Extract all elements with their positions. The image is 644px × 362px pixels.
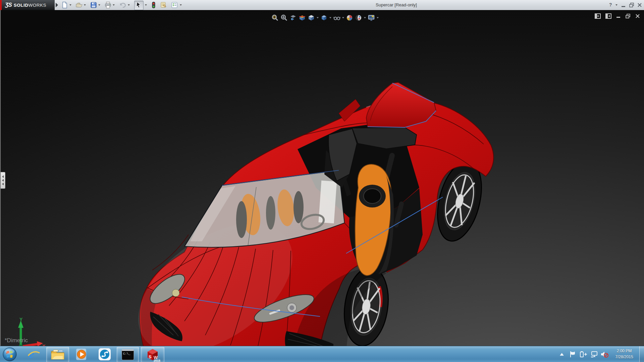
document-window-controls [595,13,640,19]
flag-icon [570,351,576,358]
orange-seat [355,164,394,276]
save-icon[interactable] [90,2,97,8]
windows-start-orb-icon [3,347,17,361]
apply-scene-icon[interactable] [355,14,363,22]
help-dropdown-icon[interactable] [615,4,618,6]
svg-text:C:\_: C:\_ [123,352,130,356]
solidworks-logo: ƷS SOLIDWORKS [2,0,55,10]
open-icon[interactable] [76,2,83,8]
zoom-to-fit-icon[interactable] [271,14,279,22]
internet-explorer-icon: e [27,348,40,361]
options-dropdown-icon[interactable] [180,4,182,6]
triad-x-label: X [42,344,46,346]
hide-show-dropdown-icon[interactable] [342,14,344,22]
supercar-model [1,10,644,346]
clock-date: 7/28/2015 [610,354,639,360]
save-dropdown-icon[interactable] [98,4,100,6]
apply-scene-dropdown-icon[interactable] [364,14,366,22]
view-settings-icon[interactable] [367,14,375,22]
new-dropdown-icon[interactable] [69,4,71,6]
display-style-icon[interactable] [320,14,328,22]
solidworks-2015-icon: S W 2015 [145,348,160,362]
start-button[interactable] [2,347,17,362]
title-bar: ƷS SOLIDWORKS Supercar [Read-only] ? [0,0,644,10]
taskbar-media-player[interactable] [72,347,91,362]
heads-up-view-toolbar [271,14,379,22]
taskbar-connect-app[interactable] [95,347,114,362]
show-hidden-icons-icon [559,353,564,356]
undo-icon[interactable] [119,2,126,8]
taskbar-command-prompt[interactable]: C:\_ [117,347,139,362]
folder-icon [51,349,65,361]
brand-works-text: WORKS [29,3,47,8]
view-orientation-icon[interactable] [307,14,315,22]
doc-restore-icon[interactable] [626,14,631,19]
dassault-3ds-glyph: ƷS [5,2,12,8]
network-icon [590,351,598,358]
taskbar-internet-explorer[interactable]: e [25,347,42,362]
volume-button[interactable] [600,346,610,362]
window-title: Supercar [Read-only] [376,2,417,7]
split-pane-right-icon[interactable] [605,13,611,19]
network-status-button[interactable] [590,346,600,362]
zoom-to-area-icon[interactable] [280,14,288,22]
taskbar-solidworks[interactable]: S W 2015 [141,347,164,362]
windows-taskbar: e [0,346,644,362]
edit-appearance-icon[interactable] [345,14,354,22]
taskbar-clock[interactable]: 2:00 PM 7/28/2015 [610,348,639,360]
clock-time: 2:00 PM [610,348,639,354]
print-dropdown-icon[interactable] [113,4,115,6]
view-orientation-label: *Dimetric [5,337,28,344]
undo-dropdown-icon[interactable] [128,4,130,6]
view-settings-dropdown-icon[interactable] [376,14,379,22]
menu-expand-arrow-icon[interactable] [56,3,58,7]
section-view-icon[interactable] [298,14,306,22]
svg-text:2015: 2015 [154,359,160,362]
hide-show-items-icon[interactable] [333,14,341,22]
volume-muted-icon [600,351,608,358]
window-close-icon[interactable] [637,3,642,7]
power-plug-icon [580,351,588,358]
previous-view-icon[interactable] [289,14,297,22]
options-icon[interactable] [171,2,178,8]
rebuild-traffic-light-icon[interactable] [150,2,157,8]
show-hidden-icons-button[interactable] [559,346,566,362]
show-desktop-button[interactable] [639,346,644,362]
panel-expand-tab[interactable] [1,172,5,189]
file-properties-icon[interactable] [160,2,167,8]
media-player-icon [75,348,89,361]
select-dropdown-icon[interactable] [145,4,147,6]
select-arrow-icon [135,1,143,9]
open-dropdown-icon[interactable] [84,4,86,6]
view-orientation-dropdown-icon[interactable] [316,14,319,22]
window-restore-icon[interactable] [629,3,634,8]
brand-solid-text: SOLID [14,3,29,8]
new-document-icon[interactable] [61,2,68,8]
select-tool-button[interactable] [134,1,144,10]
connect-app-icon [98,348,111,361]
graphics-area[interactable]: Y X *Dimetric [0,10,644,346]
window-minimize-icon[interactable] [621,3,626,8]
help-icon[interactable]: ? [609,2,612,7]
solidworks-window: ƷS SOLIDWORKS Supercar [Read-only] ? [0,0,644,362]
power-status-button[interactable] [580,346,589,362]
doc-close-icon[interactable] [635,14,640,18]
taskbar-windows-explorer[interactable] [46,347,69,362]
action-center-button[interactable] [570,346,578,362]
doc-minimize-icon[interactable] [616,14,621,18]
print-icon[interactable] [105,2,111,8]
command-prompt-icon: C:\_ [121,349,135,361]
display-style-dropdown-icon[interactable] [329,14,332,22]
triad-y-label: Y [19,317,23,322]
svg-text:S: S [149,354,152,359]
split-pane-left-icon[interactable] [595,13,601,19]
